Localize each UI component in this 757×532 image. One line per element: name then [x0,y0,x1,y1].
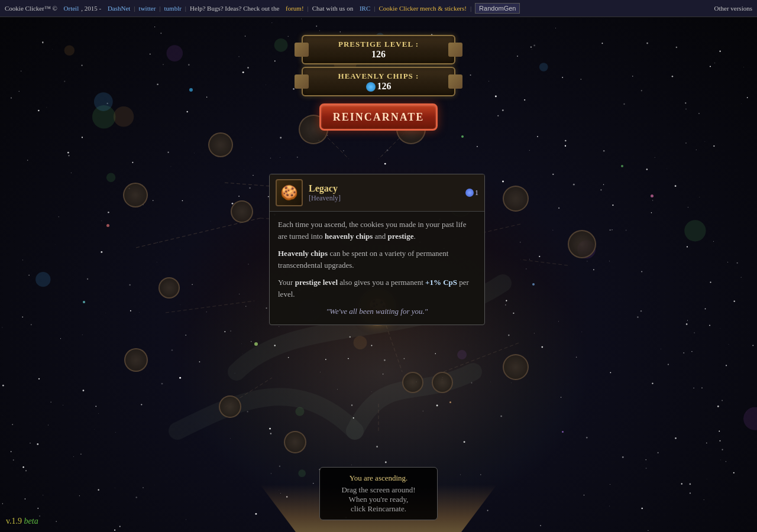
dashnet-link[interactable]: DashNet [108,5,131,12]
prestige-highlight: prestige [388,232,414,241]
ascending-line1: You are ascending. [329,473,428,483]
separator3: | [185,5,186,12]
tooltip-title: Legacy [309,183,460,194]
node-far-right[interactable] [568,230,596,258]
prestige-value: 126 [310,49,447,60]
ascending-line2: Drag the screen around! [329,485,428,495]
node-bottom-center-left[interactable] [284,431,306,453]
tooltip-p1: Each time you ascend, the cookies you ma… [278,219,476,242]
badge-value: 1 [475,189,478,197]
tooltip-badge: 1 [465,189,478,197]
node-lower-center2[interactable] [432,372,453,393]
badge-icon [465,189,474,197]
node-lower-center[interactable] [402,372,423,393]
author-link[interactable]: Orteil [64,5,79,12]
prestige-level-bold: prestige level [295,278,338,287]
other-versions-text: Other versions [714,5,752,12]
topbar: Cookie Clicker™ © Orteil , 2015 - DashNe… [0,0,757,17]
version-beta: beta [24,517,38,525]
node-left-mid[interactable] [123,183,148,207]
twitter-link[interactable]: twitter [139,5,156,12]
tooltip-icon-emoji: 🍪 [280,184,298,201]
svg-line-11 [520,259,568,265]
node-far-lower-left[interactable] [124,348,148,372]
heavenly-chips-label: Heavenly chips : [338,72,419,80]
tumblr-link[interactable]: tumblr [164,5,182,12]
tooltip-quote: "We've all been waiting for you." [278,306,476,317]
tooltip-icon: 🍪 [276,179,303,206]
version-number: v.1.9 [6,517,22,525]
separator2: | [159,5,160,12]
merch-link[interactable]: Cookie Clicker merch & stickers! [378,5,466,12]
top-panel: Prestige level : 126 Heavenly chips : 12… [296,35,461,131]
heavenly-chips-bold: Heavenly chips [278,249,328,258]
tooltip-header: 🍪 Legacy [Heavenly] 1 [270,174,484,212]
ascending-tooltip: You are ascending. Drag the screen aroun… [319,467,438,520]
tooltip-body: Each time you ascend, the cookies you ma… [270,212,484,325]
heavenly-chips-panel: Heavenly chips : 126 [302,67,455,96]
prestige-label: Prestige level : [338,40,419,48]
node-mid-left[interactable] [208,132,233,157]
randomgen-button[interactable]: RandomGen [475,3,520,14]
node-inner-left[interactable] [231,200,253,223]
tooltip-title-area: Legacy [Heavenly] [309,183,460,203]
reincarnate-button[interactable]: Reincarnate [319,103,438,131]
node-lower-right[interactable] [503,354,529,380]
copyright-text: Cookie Clicker™ © [5,5,57,12]
help-text: Help? Bugs? Ideas? Check out the [190,5,279,12]
year-dash: , 2015 - [81,5,101,12]
irc-link[interactable]: IRC [360,5,370,12]
tooltip-subtitle: [Heavenly] [309,194,460,203]
space-background: Prestige level : 126 Heavenly chips : 12… [0,17,757,532]
separator1: | [134,5,135,12]
svg-line-4 [166,301,254,313]
tooltip-panel: 🍪 Legacy [Heavenly] 1 Each time you asce… [269,174,485,325]
forum-link[interactable]: forum! [286,5,304,12]
tooltip-p3: Your prestige level also gives you a per… [278,277,476,300]
separator6: | [470,5,471,12]
node-bottom-left[interactable] [219,395,241,418]
tooltip-p2: Heavenly chips can be spent on a variety… [278,248,476,271]
heavenly-chips-highlight: heavenly chips [325,232,373,241]
heavenly-chips-value: 126 [310,81,447,92]
version-badge: v.1.9 beta [6,517,38,526]
ascending-line3: When you're ready, click Reincarnate. [329,495,428,514]
separator5: | [374,5,375,12]
cps-boost: +1% CpS [425,278,457,287]
chat-text: Chat with us on [312,5,353,12]
separator4: | [308,5,309,12]
chip-icon [366,82,376,92]
prestige-panel: Prestige level : 126 [302,35,455,64]
node-right-mid[interactable] [503,186,529,212]
node-lower-left[interactable] [158,277,180,299]
